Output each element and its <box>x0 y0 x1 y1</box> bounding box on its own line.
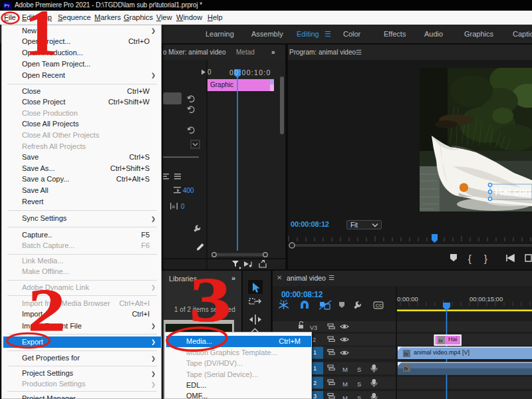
svg-text:fx: fx <box>404 366 409 372</box>
svg-text:fx: fx <box>439 338 444 344</box>
svg-text:Hai con: Hai con <box>495 186 531 198</box>
svg-text:CC: CC <box>376 303 383 309</box>
svg-text:a: a <box>172 203 175 209</box>
svg-text:{: { <box>468 253 471 264</box>
svg-text:}: } <box>484 253 487 264</box>
svg-text:fx: fx <box>404 351 409 357</box>
